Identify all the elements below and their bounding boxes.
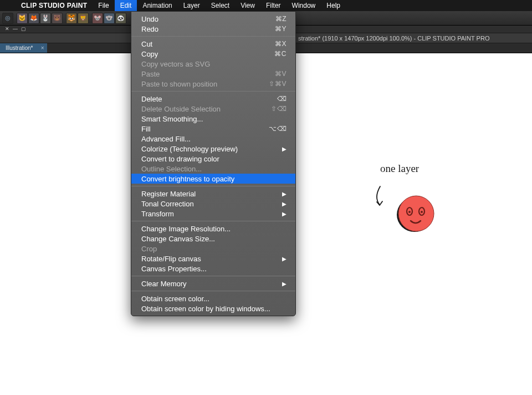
- toolbar-icon-8[interactable]: 🐨: [104, 13, 115, 24]
- menu-item-obtain-screen-color[interactable]: Obtain screen color...: [131, 293, 295, 303]
- menu-item-redo[interactable]: Redo⌘Y: [131, 24, 295, 34]
- menu-separator: [131, 186, 295, 186]
- menu-item-paste-to-shown-position: Paste to shown position⇧⌘V: [131, 79, 295, 89]
- menu-item-label: Delete Outside Selection: [141, 105, 221, 113]
- toolbar-icon-3[interactable]: 🐰: [40, 13, 51, 24]
- menu-item-tonal-correction[interactable]: Tonal Correction▶: [131, 199, 295, 209]
- menu-item-label: Paste: [141, 70, 160, 78]
- menu-item-label: Canvas Properties...: [141, 265, 207, 273]
- menu-edit[interactable]: Edit: [115, 0, 137, 11]
- menu-item-label: Copy vectors as SVG: [141, 60, 210, 68]
- menu-item-advanced-fill[interactable]: Advanced Fill...: [131, 134, 295, 144]
- menu-item-copy[interactable]: Copy⌘C: [131, 49, 295, 59]
- menu-item-smart-smoothing[interactable]: Smart Smoothing...: [131, 114, 295, 124]
- menu-item-label: Register Material: [141, 190, 196, 198]
- menu-filter[interactable]: Filter: [260, 0, 287, 11]
- svg-point-1: [398, 196, 434, 231]
- menu-item-fill[interactable]: Fill⌥⌫: [131, 124, 295, 134]
- menu-item-label: Change Canvas Size...: [141, 235, 215, 243]
- menu-animation[interactable]: Animation: [137, 0, 177, 11]
- menu-item-label: Colorize (Technology preview): [141, 145, 238, 153]
- canvas-annotation-arrow: [372, 185, 388, 209]
- menu-item-label: Obtain screen color by hiding windows...: [141, 305, 270, 313]
- menu-item-obtain-screen-color-by-hiding-windows[interactable]: Obtain screen color by hiding windows...: [131, 303, 295, 313]
- app-name[interactable]: CLIP STUDIO PAINT: [16, 2, 93, 9]
- menu-item-outline-selection: Outline Selection...: [131, 164, 295, 174]
- edit-dropdown-menu: Undo⌘ZRedo⌘YCut⌘XCopy⌘CCopy vectors as S…: [131, 11, 296, 316]
- menu-item-shortcut: ⌘Z: [275, 15, 287, 23]
- document-title-text: stration* (1910 x 1470px 1200dpi 100.0%)…: [298, 35, 489, 42]
- canvas-annotation-text: one layer: [380, 163, 419, 175]
- menu-layer[interactable]: Layer: [178, 0, 206, 11]
- toolbar-icon-6[interactable]: 🦁: [78, 13, 89, 24]
- menu-separator: [131, 91, 295, 92]
- menu-item-colorize-technology-preview[interactable]: Colorize (Technology preview)▶: [131, 144, 295, 154]
- tab-close-icon[interactable]: ×: [41, 45, 44, 51]
- menu-item-shortcut: ⌫: [277, 95, 287, 103]
- menu-item-shortcut: ⌘V: [275, 70, 287, 78]
- menu-item-cut[interactable]: Cut⌘X: [131, 39, 295, 49]
- svg-point-4: [408, 211, 411, 213]
- menu-item-label: Copy: [141, 50, 158, 58]
- menu-item-label: Advanced Fill...: [141, 135, 191, 143]
- maximize-icon[interactable]: ▢: [21, 27, 26, 32]
- menu-item-label: Crop: [141, 245, 157, 253]
- menu-item-label: Fill: [141, 125, 151, 133]
- menu-item-clear-memory[interactable]: Clear Memory▶: [131, 278, 295, 288]
- menu-item-change-canvas-size[interactable]: Change Canvas Size...: [131, 234, 295, 244]
- menu-item-label: Redo: [141, 25, 158, 33]
- toolbar-icon-7[interactable]: 🐭: [92, 13, 103, 24]
- submenu-arrow-icon: ▶: [282, 201, 287, 207]
- toolbar-icon-9[interactable]: 🐼: [115, 13, 126, 24]
- submenu-arrow-icon: ▶: [282, 146, 287, 152]
- menu-item-convert-brightness-to-opacity[interactable]: Convert brightness to opacity: [131, 174, 295, 184]
- menu-item-change-image-resolution[interactable]: Change Image Resolution...: [131, 224, 295, 234]
- svg-point-5: [421, 211, 423, 213]
- menu-item-shortcut: ⇧⌘V: [269, 80, 287, 88]
- toolbar-icon-5[interactable]: 🐯: [66, 13, 77, 24]
- tab-illustration[interactable]: Illustration* ×: [0, 43, 47, 53]
- menu-item-paste: Paste⌘V: [131, 69, 295, 79]
- menu-separator: [131, 221, 295, 221]
- menu-item-transform[interactable]: Transform▶: [131, 209, 295, 219]
- menu-item-label: Tonal Correction: [141, 200, 194, 208]
- menu-item-label: Outline Selection...: [141, 165, 202, 173]
- submenu-arrow-icon: ▶: [282, 191, 287, 197]
- menu-help[interactable]: Help: [321, 0, 346, 11]
- menu-select[interactable]: Select: [206, 0, 235, 11]
- menu-item-crop: Crop: [131, 244, 295, 254]
- submenu-arrow-icon: ▶: [282, 211, 287, 217]
- minimize-icon[interactable]: —: [13, 27, 18, 32]
- toolbar-icon-clip[interactable]: ◎: [2, 13, 13, 24]
- menu-separator: [131, 276, 295, 276]
- canvas-drawing-face: [394, 193, 438, 237]
- menu-item-rotate-flip-canvas[interactable]: Rotate/Flip canvas▶: [131, 254, 295, 264]
- menu-separator: [131, 291, 295, 291]
- menu-file[interactable]: File: [93, 0, 114, 11]
- menu-item-canvas-properties[interactable]: Canvas Properties...: [131, 264, 295, 274]
- menu-item-shortcut: ⌥⌫: [269, 125, 287, 133]
- menu-item-shortcut: ⌘X: [275, 40, 287, 48]
- menu-item-label: Obtain screen color...: [141, 295, 209, 303]
- menu-item-label: Change Image Resolution...: [141, 225, 231, 233]
- toolbar-icon-2[interactable]: 🦊: [28, 13, 39, 24]
- toolbar-icon-1[interactable]: 🐱: [17, 13, 28, 24]
- menu-item-shortcut: ⌘Y: [275, 25, 287, 33]
- menu-item-label: Paste to shown position: [141, 80, 217, 88]
- close-icon[interactable]: ✕: [4, 27, 9, 32]
- toolbar-icon-4[interactable]: 🐻: [52, 13, 63, 24]
- mac-menubar: CLIP STUDIO PAINT File Edit Animation La…: [0, 0, 532, 11]
- menu-separator: [131, 36, 295, 37]
- menu-item-register-material[interactable]: Register Material▶: [131, 189, 295, 199]
- menu-window[interactable]: Window: [287, 0, 321, 11]
- menu-item-convert-to-drawing-color[interactable]: Convert to drawing color: [131, 154, 295, 164]
- menu-item-label: Transform: [141, 210, 174, 218]
- menu-item-shortcut: ⇧⌫: [271, 105, 287, 113]
- menu-item-undo[interactable]: Undo⌘Z: [131, 14, 295, 24]
- menu-item-label: Delete: [141, 95, 162, 103]
- menu-item-shortcut: ⌘C: [274, 50, 287, 58]
- submenu-arrow-icon: ▶: [282, 256, 287, 262]
- menu-item-delete[interactable]: Delete⌫: [131, 94, 295, 104]
- menu-view[interactable]: View: [235, 0, 260, 11]
- menu-item-label: Convert brightness to opacity: [141, 175, 234, 183]
